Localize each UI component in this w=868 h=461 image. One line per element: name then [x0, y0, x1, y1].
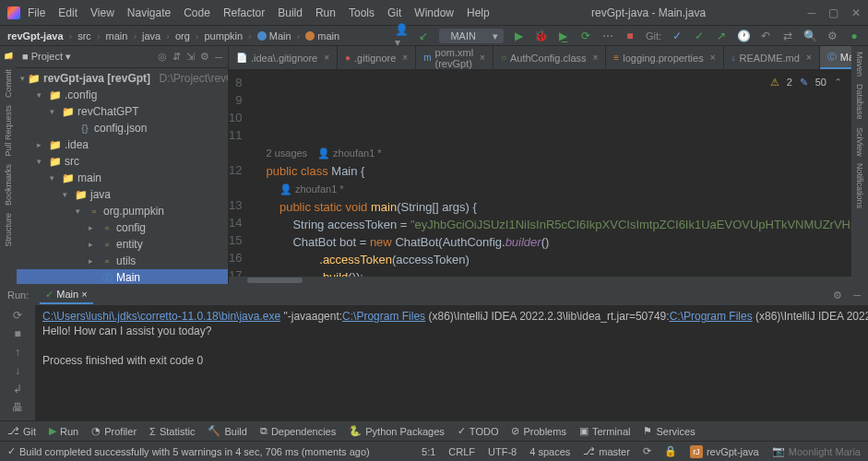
tree-main[interactable]: ▾📁main [17, 170, 228, 186]
menu-help[interactable]: Help [467, 6, 490, 19]
project-badge[interactable]: rJ revGpt-java [690, 445, 759, 458]
search-icon[interactable]: 🔍 [803, 30, 816, 42]
tree-src[interactable]: ▾📁src [17, 153, 228, 170]
tree-root[interactable]: ▾📁revGpt-java [revGpt] D:\Project\revGpt… [17, 70, 228, 87]
tw-todo[interactable]: ✓ TODO [458, 425, 499, 437]
run-down-icon[interactable]: ↓ [15, 364, 20, 377]
stop-icon[interactable]: ■ [624, 30, 636, 42]
hide-icon[interactable]: ─ [215, 52, 222, 63]
tab-4[interactable]: ≡logging.properties× [606, 46, 723, 69]
vcs-update-icon[interactable]: ✓ [671, 30, 684, 42]
tw-pullrequests[interactable]: Pull Requests [4, 105, 13, 157]
console-link[interactable]: C:\Program Files [670, 310, 753, 323]
tw-commit[interactable]: Commit [4, 69, 13, 98]
tab-6[interactable]: ⒸMain.java× [820, 46, 851, 69]
attach-icon[interactable]: ⋯ [601, 30, 614, 42]
run-print-icon[interactable]: 🖶 [12, 401, 23, 414]
rerun-icon[interactable]: ⟳ [13, 309, 22, 322]
codewithme-icon[interactable]: ⇄ [781, 30, 794, 42]
run-hide-icon[interactable]: ─ [853, 290, 861, 301]
bc-method[interactable]: main [305, 30, 339, 41]
menu-refactor[interactable]: Refactor [223, 6, 265, 19]
tab-1[interactable]: ●.gitignore× [338, 46, 416, 69]
menu-window[interactable]: Window [414, 6, 454, 19]
tree-java[interactable]: ▾📁java [17, 186, 228, 203]
tw-database[interactable]: Database [855, 84, 864, 120]
editor-h-scrollbar[interactable] [229, 277, 851, 284]
tree-main-class[interactable]: ⒸMain [17, 269, 228, 284]
run-up-icon[interactable]: ↑ [15, 346, 20, 359]
tw-notifications[interactable]: Notifications [855, 163, 864, 208]
menu-edit[interactable]: Edit [58, 6, 77, 19]
close-tab-icon[interactable]: × [324, 53, 329, 63]
locate-icon[interactable]: ◎ [158, 51, 167, 63]
tab-3[interactable]: ○AuthConfig.class× [493, 46, 606, 69]
settings-icon[interactable]: ⚙ [826, 30, 838, 42]
debug-icon[interactable]: 🐞 [535, 30, 548, 42]
console-link[interactable]: C:\Program Files [342, 310, 425, 323]
run-stop-icon[interactable]: ■ [14, 327, 20, 340]
tree-idea[interactable]: ▸📁.idea [17, 136, 228, 153]
run-config-selector[interactable]: MAIN [439, 29, 504, 43]
vcs-history-icon[interactable]: 🕐 [737, 30, 750, 42]
menu-view[interactable]: View [90, 6, 114, 19]
tw-build[interactable]: 🔨 Build [208, 425, 246, 437]
tw-sciview[interactable]: SciView [855, 127, 864, 157]
caret-position[interactable]: 5:1 [422, 446, 435, 457]
menu-file[interactable]: File [28, 6, 45, 19]
gear-icon[interactable]: ⚙ [200, 51, 209, 63]
bc-src[interactable]: src [77, 30, 91, 41]
tree-pkg-entity[interactable]: ▸▫entity [17, 236, 228, 253]
menu-tools[interactable]: Tools [349, 6, 375, 19]
vcs-rollback-icon[interactable]: ↶ [759, 30, 772, 42]
back-icon[interactable]: ↙ [417, 30, 430, 42]
tree-configjson[interactable]: {}config.json [17, 120, 228, 136]
tw-profiler[interactable]: ◔ Profiler [91, 425, 137, 437]
tw-bookmarks[interactable]: Bookmarks [4, 164, 13, 206]
build-status[interactable]: ✓ Build completed successfully with 5 wa… [7, 445, 370, 457]
menu-run[interactable]: Run [315, 6, 336, 19]
close-tab-icon[interactable]: × [710, 53, 716, 63]
sync-icon[interactable]: ⟳ [643, 445, 651, 457]
tree-revchat[interactable]: ▾📁revChatGPT [17, 103, 228, 120]
code-body[interactable]: 2 usages 👤 zhoufan1 *public class Main {… [247, 70, 851, 277]
bc-class[interactable]: Main [257, 30, 291, 41]
profile-icon[interactable]: ⟳ [579, 30, 592, 42]
tree-config[interactable]: ▾📁.config [17, 87, 228, 103]
menu-code[interactable]: Code [184, 6, 210, 19]
close-tab-icon[interactable]: × [806, 53, 812, 63]
menu-build[interactable]: Build [278, 6, 303, 19]
tree-pkg-utils[interactable]: ▸▫utils [17, 253, 228, 269]
bc-project[interactable]: revGpt-java [7, 30, 64, 41]
close-icon[interactable]: ✕ [851, 6, 861, 19]
collapse-icon[interactable]: ⇲ [186, 51, 195, 63]
run-wrap-icon[interactable]: ↲ [13, 383, 22, 396]
bc-java[interactable]: java [142, 30, 161, 41]
inspection-status[interactable]: ⚠2 ✎50 ⌃ [770, 74, 842, 91]
console-link[interactable]: C:\Users\lushi\.jdks\corretto-11.0.18\bi… [42, 310, 280, 323]
expand-icon[interactable]: ⇵ [172, 51, 181, 63]
bc-pumpkin[interactable]: pumpkin [205, 30, 244, 41]
line-sep[interactable]: CRLF [448, 446, 475, 457]
tree-pkg-config[interactable]: ▸▫config [17, 219, 228, 236]
tw-run[interactable]: ▶ Run [49, 425, 78, 437]
tw-statistic[interactable]: Σ Statistic [149, 426, 195, 437]
tw-structure[interactable]: Structure [4, 213, 13, 247]
minimize-icon[interactable]: ─ [807, 6, 815, 19]
tab-5[interactable]: ↓README.md× [724, 46, 820, 69]
tw-dependencies[interactable]: ⧉ Dependencies [260, 425, 336, 437]
user-icon[interactable]: 👤▾ [395, 30, 408, 42]
run-tab[interactable]: ✓ Main × [40, 287, 92, 304]
run-console[interactable]: C:\Users\lushi\.jdks\corretto-11.0.18\bi… [35, 305, 868, 420]
coverage-icon[interactable]: ▶̲ [557, 30, 570, 42]
lock-icon[interactable]: 🔒 [664, 445, 677, 457]
bc-org[interactable]: org [175, 30, 190, 41]
tab-2[interactable]: mpom.xml (revGpt)× [416, 46, 493, 69]
tw-project-icon[interactable]: 📁 [4, 52, 13, 62]
tw-git[interactable]: ⎇ Git [7, 425, 36, 437]
encoding[interactable]: UTF-8 [488, 446, 517, 457]
code-editor[interactable]: ⚠2 ✎50 ⌃ 891011 12 13 1415161718 2 usage… [229, 70, 851, 277]
run-gear-icon[interactable]: ⚙ [833, 290, 842, 301]
tw-terminal[interactable]: ▣ Terminal [579, 425, 631, 437]
menu-navigate[interactable]: Navigate [127, 6, 171, 19]
